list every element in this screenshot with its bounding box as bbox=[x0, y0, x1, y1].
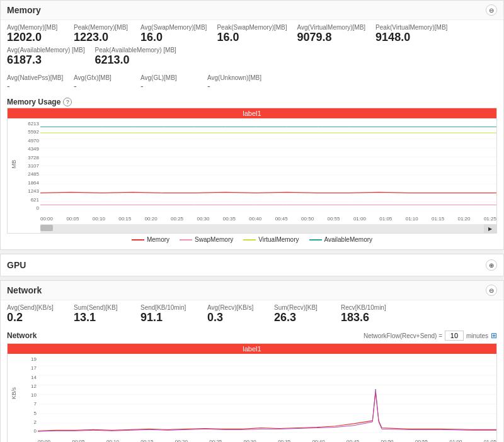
network-chart-container: label1 KB/s 19171412107520 bbox=[7, 343, 497, 442]
memory-section: Memory ⊖ Avg(Memory)[MB]1202.0Peak(Memor… bbox=[0, 0, 504, 250]
network-chart-title: Network bbox=[7, 331, 37, 340]
memory-scroll-thumb-right[interactable]: ▶ bbox=[484, 224, 496, 233]
memory-stat-item: Peak(AvailableMemory) [MB]6213.0 bbox=[95, 47, 176, 67]
network-stat-item: Sum(Send)[KB]13.1 bbox=[74, 304, 130, 324]
memory-info-icon[interactable]: ? bbox=[63, 98, 72, 106]
memory-legend-item: AvailableMemory bbox=[309, 236, 373, 243]
network-flow-unit: minutes bbox=[466, 332, 488, 339]
network-flow-input[interactable] bbox=[445, 331, 464, 341]
network-title: Network bbox=[7, 285, 42, 295]
memory-stat-item: Avg(SwapMemory)[MB]16.0 bbox=[140, 24, 207, 44]
memory-stat-item: Peak(SwapMemory)[MB]16.0 bbox=[217, 24, 287, 44]
memory-y-unit: MB bbox=[11, 160, 17, 169]
gpu-collapse-btn[interactable]: ⊕ bbox=[486, 259, 497, 271]
memory-svg-area bbox=[40, 121, 496, 211]
memory-chart-area: Memory Usage ? label1 MB 621355924970434… bbox=[1, 95, 503, 249]
memory-stat-item2: Avg(Unknown)[MB]- bbox=[207, 74, 264, 91]
network-y-ticks: 19171412107520 bbox=[20, 356, 38, 434]
memory-header: Memory ⊖ bbox=[1, 1, 503, 20]
gpu-section: GPU ⊕ bbox=[0, 254, 504, 276]
gpu-title: GPU bbox=[7, 260, 26, 270]
memory-stat-item2: Avg(GL)[MB]- bbox=[140, 74, 197, 91]
network-stats-row: Avg(Send)[KB/s]0.2Sum(Send)[KB]13.1Send[… bbox=[1, 300, 503, 328]
network-chart-area: Network NetworkFlow(Recv+Send) = minutes… bbox=[1, 328, 503, 442]
memory-y-ticks: 6213559249704349372831072485186412436210 bbox=[20, 121, 40, 211]
memory-stat-item: Avg(AvailableMemory) [MB]6187.3 bbox=[7, 47, 85, 67]
memory-stats-row2: Avg(NativePss)[MB]-Avg(Gfx)[MB]-Avg(GL)[… bbox=[1, 71, 503, 95]
memory-chart-label: label1 bbox=[8, 108, 496, 118]
memory-legend-item: Memory bbox=[132, 236, 169, 243]
memory-legend: MemorySwapMemoryVirtualMemoryAvailableMe… bbox=[7, 234, 497, 246]
network-grid-icon[interactable]: ⊞ bbox=[491, 331, 497, 340]
network-collapse-btn[interactable]: ⊖ bbox=[486, 285, 497, 296]
memory-stat-item: Peak(Memory)[MB]1223.0 bbox=[74, 24, 130, 44]
memory-collapse-btn[interactable]: ⊖ bbox=[486, 4, 497, 16]
network-x-ticks: 00:0000:0500:1000:1500:2000:2500:3000:35… bbox=[38, 439, 496, 442]
network-svg-area bbox=[38, 356, 496, 434]
memory-x-ticks: 00:0000:0500:1000:1500:2000:2500:3000:35… bbox=[40, 216, 496, 222]
memory-stat-item: Peak(VirtualMemory)[MB]9148.0 bbox=[375, 24, 447, 44]
network-section: Network ⊖ Avg(Send)[KB/s]0.2Sum(Send)[KB… bbox=[0, 280, 504, 442]
memory-stat-item2: Avg(Gfx)[MB]- bbox=[74, 74, 130, 91]
memory-chart-container: label1 MB 621355924970434937283107248518… bbox=[7, 108, 497, 234]
memory-stat-item: Avg(Memory)[MB]1202.0 bbox=[7, 24, 64, 44]
network-stat-item: Sum(Recv)[KB]26.3 bbox=[274, 304, 331, 324]
network-header: Network ⊖ bbox=[1, 281, 503, 300]
network-stat-item: Send[KB/10min]91.1 bbox=[140, 304, 197, 324]
network-chart-label: label1 bbox=[8, 344, 496, 354]
memory-legend-item: VirtualMemory bbox=[243, 236, 299, 243]
network-stat-item: Avg(Recv)[KB/s]0.3 bbox=[207, 304, 264, 324]
memory-stat-item: Avg(VirtualMemory)[MB]9079.8 bbox=[297, 24, 366, 44]
memory-legend-item: SwapMemory bbox=[180, 236, 233, 243]
memory-stats-row: Avg(Memory)[MB]1202.0Peak(Memory)[MB]122… bbox=[1, 20, 503, 71]
network-flow-controls: NetworkFlow(Recv+Send) = minutes ⊞ bbox=[364, 331, 497, 341]
memory-scroll-thumb-left[interactable] bbox=[40, 225, 53, 231]
network-flow-label: NetworkFlow(Recv+Send) = bbox=[364, 332, 442, 339]
network-stat-item: Avg(Send)[KB/s]0.2 bbox=[7, 304, 64, 324]
memory-stat-item2: Avg(NativePss)[MB]- bbox=[7, 74, 64, 91]
memory-title: Memory bbox=[7, 5, 41, 15]
memory-chart-title: Memory Usage ? bbox=[7, 98, 497, 106]
gpu-header: GPU ⊕ bbox=[1, 254, 503, 276]
network-y-unit: KB/s bbox=[11, 387, 17, 399]
memory-scrollbar[interactable]: ▶ bbox=[40, 224, 496, 233]
network-stat-item: Recv[KB/10min]183.6 bbox=[341, 304, 398, 324]
